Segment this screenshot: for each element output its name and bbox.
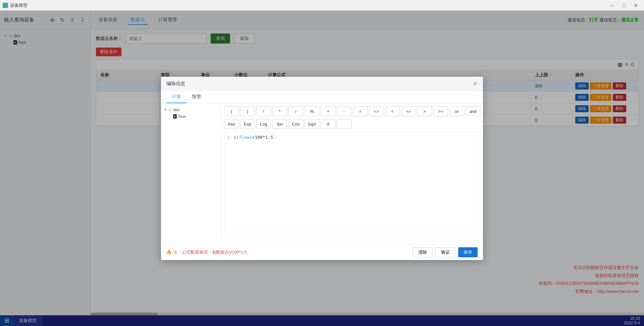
modal-tree-flow-label: flow [178, 114, 186, 119]
clear-button[interactable]: 清除 [413, 247, 433, 257]
tab-calc[interactable]: 计算 [166, 91, 186, 103]
calc-btn-exp[interactable]: Exp [240, 119, 255, 129]
fire-icon: 🔥 [166, 250, 172, 255]
line-numbers: 1 [227, 135, 234, 229]
calc-btn-cos[interactable]: Cos [288, 119, 303, 129]
code-var-flow: ${flow} [234, 135, 252, 140]
modal-close-button[interactable]: ✕ [473, 80, 478, 87]
maximize-button[interactable]: □ [619, 1, 629, 10]
modal-expand-icon: ▼ [164, 108, 167, 112]
calc-btn-or[interactable]: or [449, 106, 464, 116]
calc-btn-mod[interactable]: % [305, 106, 319, 116]
modal-editor-panel: ( ) ! * / % + - = <> < <= > >= o [221, 104, 483, 244]
formula-hint: 🔥 注：公式配置格式：${数据点}/100*1.5 [166, 249, 410, 255]
modal-tree-child-flow[interactable]: ▸ flow [173, 113, 218, 120]
calc-btn-plus[interactable]: + [321, 106, 335, 116]
modal-title: 编辑信息 [166, 81, 473, 87]
modal-overlay: 编辑信息 ✕ 计算 预警 ▼ ⊖ dev ▸ [0, 11, 644, 326]
title-bar-text: 设备模型 [10, 2, 606, 8]
calc-btn-rparen[interactable]: ) [240, 106, 255, 116]
minimize-button[interactable]: ─ [606, 1, 617, 10]
save-button[interactable]: 保存 [458, 247, 478, 257]
calc-btn-log[interactable]: Log [256, 119, 271, 129]
calc-btn-gte[interactable]: >= [433, 106, 448, 116]
calc-btn-lte[interactable]: <= [401, 106, 416, 116]
modal-header: 编辑信息 ✕ [161, 77, 483, 91]
modal-dialog: 编辑信息 ✕ 计算 预警 ▼ ⊖ dev ▸ [161, 77, 483, 260]
modal-tabs: 计算 预警 [161, 91, 483, 104]
code-suffix: /100*1.5 [252, 135, 273, 140]
calc-btn-if[interactable]: if [321, 119, 335, 129]
close-button[interactable]: ✕ [631, 1, 641, 10]
tab-alert[interactable]: 预警 [186, 91, 207, 103]
formula-hint-text: 注：公式配置格式：${数据点}/100*1.5 [173, 250, 247, 255]
calc-buttons-row2: Abs Exp Log Sin Cos Sqrt if . [224, 119, 480, 129]
calc-btn-sqrt[interactable]: Sqrt [305, 119, 319, 129]
calc-btn-gt[interactable]: > [417, 106, 432, 116]
modal-tree-dev-label: dev [173, 107, 180, 112]
editor-content[interactable]: ${flow}/100*1.5 [234, 135, 477, 229]
calc-btn-dot[interactable]: . [337, 119, 352, 129]
modal-tree-item-dev[interactable]: ▼ ⊖ dev [164, 106, 218, 113]
calc-btn-eq[interactable]: = [353, 106, 368, 116]
modal-body: ▼ ⊖ dev ▸ flow ( ) ! [161, 104, 483, 244]
calc-btn-minus[interactable]: - [337, 106, 352, 116]
calc-buttons-row1: ( ) ! * / % + - = <> < <= > >= o [224, 106, 480, 116]
modal-tag-icon: ▸ [173, 114, 177, 119]
modal-device-icon: ⊖ [168, 108, 172, 112]
window-controls: ─ □ ✕ [606, 1, 641, 10]
calc-btn-lparen[interactable]: ( [224, 106, 239, 116]
title-bar: 设备模型 ─ □ ✕ [0, 0, 644, 11]
modal-tree-panel: ▼ ⊖ dev ▸ flow [161, 104, 221, 244]
calc-btn-neq[interactable]: <> [369, 106, 384, 116]
modal-footer: 🔥 注：公式配置格式：${数据点}/100*1.5 清除 验证 保存 [161, 244, 483, 260]
calc-btn-mult[interactable]: * [272, 106, 287, 116]
code-editor[interactable]: 1 ${flow}/100*1.5 [224, 132, 480, 232]
calc-btn-div[interactable]: / [288, 106, 303, 116]
calc-btn-lt[interactable]: < [385, 106, 400, 116]
calc-btn-abs[interactable]: Abs [224, 119, 239, 129]
calc-btn-and[interactable]: and [466, 106, 480, 116]
calc-btn-sin[interactable]: Sin [272, 119, 287, 129]
app-icon [3, 3, 8, 8]
calc-btn-excl[interactable]: ! [256, 106, 271, 116]
main-container: 输入查询设备 ⊕ ↻ ⇧ ⇩ ▼ ⊖ dev ▸ flow 设备信息 数据点 计… [0, 11, 644, 326]
line-number-1: 1 [227, 135, 230, 140]
verify-button[interactable]: 验证 [435, 247, 455, 257]
